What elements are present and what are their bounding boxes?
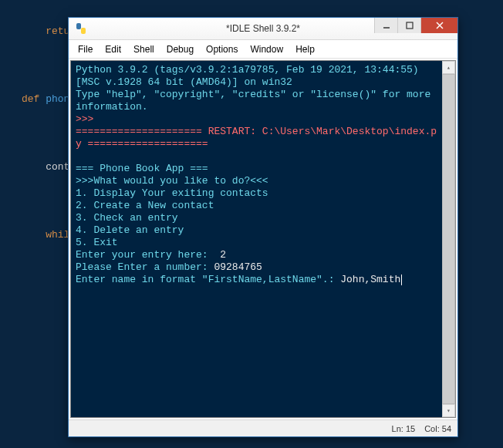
- scroll-up-arrow[interactable]: ▴: [442, 61, 455, 74]
- svg-rect-3: [407, 22, 413, 29]
- app-title: === Phone Book App ===: [76, 163, 208, 174]
- text-cursor: [401, 275, 402, 285]
- python-icon: [75, 22, 87, 35]
- menu-opt-5: 5. Exit: [76, 237, 118, 248]
- menu-debug[interactable]: Debug: [160, 42, 200, 57]
- scroll-down-arrow[interactable]: ▾: [442, 404, 455, 417]
- scroll-thumb[interactable]: [442, 74, 455, 404]
- name-value: John,Smith: [340, 274, 400, 285]
- svg-rect-1: [81, 28, 86, 34]
- number-prompt: Please Enter a number:: [76, 261, 214, 273]
- vertical-scrollbar[interactable]: ▴ ▾: [442, 61, 455, 417]
- titlebar[interactable]: *IDLE Shell 3.9.2*: [69, 18, 457, 40]
- restart-line: ===================== RESTART: C:\Users\…: [76, 126, 437, 150]
- menu-help[interactable]: Help: [289, 42, 321, 57]
- window-controls: [374, 18, 457, 33]
- python-banner-2: [MSC v.1928 64 bit (AMD64)] on win32: [76, 76, 292, 88]
- menu-opt-4: 4. Delete an entry: [76, 224, 184, 236]
- menu-options[interactable]: Options: [200, 42, 244, 57]
- q-prefix: >>>: [76, 175, 93, 187]
- number-value: 09284765: [214, 261, 262, 273]
- shell-output[interactable]: Python 3.9.2 (tags/v3.9.2:1a79785, Feb 1…: [71, 61, 442, 417]
- entry-prompt: Enter your entry here:: [76, 249, 220, 261]
- menu-shell[interactable]: Shell: [127, 42, 160, 57]
- menu-file[interactable]: File: [72, 42, 99, 57]
- python-banner-1: Python 3.9.2 (tags/v3.9.2:1a79785, Feb 1…: [76, 64, 419, 76]
- statusbar: Ln: 15 Col: 54: [69, 419, 457, 436]
- entry-value: 2: [220, 249, 226, 261]
- menu-opt-3: 3. Check an entry: [76, 212, 178, 224]
- status-line: Ln: 15: [392, 424, 416, 433]
- python-banner-3: Type "help", "copyright", "credits" or "…: [76, 89, 437, 113]
- minimize-button[interactable]: [374, 18, 397, 33]
- close-button[interactable]: [420, 18, 457, 33]
- idle-shell-window: *IDLE Shell 3.9.2* File Edit Shell Debug…: [68, 17, 458, 437]
- prompt: >>>: [76, 113, 93, 125]
- menu-edit[interactable]: Edit: [99, 42, 127, 57]
- status-col: Col: 54: [424, 424, 451, 433]
- q-text: What would you like to do?: [93, 175, 250, 187]
- scroll-track[interactable]: [442, 74, 455, 404]
- name-prompt: Enter name in format "FirstName,LastName…: [76, 274, 340, 285]
- menu-opt-1: 1. Display Your exiting contacts: [76, 187, 268, 199]
- menu-window[interactable]: Window: [244, 42, 289, 57]
- menubar: File Edit Shell Debug Options Window Hel…: [69, 40, 457, 59]
- q-suffix: <<<: [250, 175, 268, 187]
- svg-rect-0: [76, 23, 81, 29]
- menu-opt-2: 2. Create a New contact: [76, 200, 214, 211]
- maximize-button[interactable]: [397, 18, 420, 33]
- kw-def: def: [22, 93, 39, 105]
